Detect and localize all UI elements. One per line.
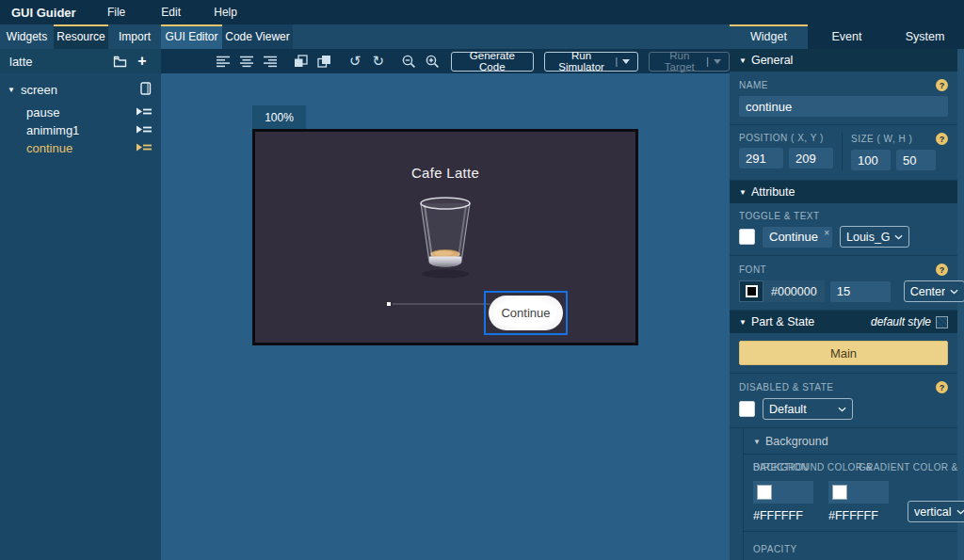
text-align-dropdown[interactable]: Center bbox=[904, 280, 964, 302]
tab-widgets[interactable]: Widgets bbox=[0, 24, 54, 49]
run-simulator-button[interactable]: Run Simulator | bbox=[544, 52, 639, 72]
default-style-label: default style bbox=[871, 315, 931, 328]
caret-down-icon: ▼ bbox=[739, 318, 747, 327]
font-size-input[interactable] bbox=[830, 281, 891, 302]
tree-label: animimg1 bbox=[26, 123, 79, 137]
divider bbox=[842, 133, 843, 170]
chevron-down-icon bbox=[950, 289, 958, 295]
caret-down-icon[interactable]: ▼ bbox=[8, 86, 15, 94]
tab-resource[interactable]: Resource bbox=[54, 24, 108, 49]
help-icon[interactable]: ? bbox=[936, 79, 948, 91]
section-title: Background bbox=[765, 435, 828, 448]
tab-code-viewer[interactable]: Code Viewer bbox=[222, 24, 293, 49]
gradient-color-swatch bbox=[832, 485, 847, 500]
app-title: GUI Guider bbox=[0, 6, 89, 20]
state-checkbox[interactable] bbox=[739, 401, 755, 417]
section-title: Attribute bbox=[751, 185, 795, 199]
tree-item-pause[interactable]: pause bbox=[0, 104, 161, 121]
redo-icon[interactable]: ↻ bbox=[370, 52, 387, 71]
undo-icon[interactable]: ↺ bbox=[346, 52, 363, 71]
gradient-color-picker[interactable] bbox=[828, 481, 889, 504]
direction-label-overlap: DIRECTION bbox=[753, 462, 809, 472]
position-x-input[interactable] bbox=[739, 148, 783, 168]
tree-label: pause bbox=[26, 105, 59, 120]
tree-item-screen[interactable]: ▼ screen bbox=[0, 73, 161, 104]
position-size-row: POSITION ( X, Y ) SIZE ( W, H ) ? bbox=[730, 125, 957, 181]
tab-gui-editor[interactable]: GUI Editor bbox=[161, 24, 222, 49]
align-center-icon[interactable] bbox=[239, 52, 256, 71]
toggle-text-row: TOGGLE & TEXT × Louis_Geo bbox=[730, 203, 957, 256]
toggle-text-label: TOGGLE & TEXT bbox=[739, 211, 820, 221]
latte-cup-image[interactable] bbox=[415, 194, 475, 286]
menu-help[interactable]: Help bbox=[199, 6, 253, 19]
section-attribute-header[interactable]: ▼ Attribute bbox=[730, 181, 957, 203]
section-part-state-header[interactable]: ▼ Part & State default style bbox=[730, 311, 957, 333]
project-bar: latte + bbox=[0, 49, 161, 73]
progress-slider-track[interactable] bbox=[393, 303, 490, 305]
tab-widget[interactable]: Widget bbox=[730, 24, 808, 49]
caret-down-icon: ▼ bbox=[753, 438, 761, 446]
zoom-in-icon[interactable] bbox=[424, 52, 441, 71]
menu-file[interactable]: File bbox=[89, 6, 144, 19]
font-family-dropdown[interactable]: Louis_Geo bbox=[840, 226, 909, 248]
background-color-picker[interactable] bbox=[753, 481, 813, 504]
name-field-row: NAME ? bbox=[730, 72, 957, 125]
font-color-swatch bbox=[746, 285, 758, 297]
size-label: SIZE ( W, H ) bbox=[851, 134, 912, 144]
part-main-button[interactable]: Main bbox=[739, 341, 948, 365]
font-color-picker[interactable]: #000000 bbox=[739, 280, 825, 302]
device-screen[interactable]: Cafe Latte bbox=[252, 129, 638, 345]
canvas-zoom-tab[interactable]: 100% bbox=[252, 105, 306, 129]
opacity-label: OPACITY bbox=[753, 544, 797, 554]
button-text-input[interactable] bbox=[763, 227, 832, 248]
send-backward-icon[interactable] bbox=[316, 52, 333, 71]
generate-code-button[interactable]: Generate Code bbox=[451, 52, 534, 72]
help-icon[interactable]: ? bbox=[936, 133, 948, 145]
widget-icon bbox=[137, 141, 152, 155]
align-right-icon[interactable] bbox=[262, 52, 279, 71]
continue-button-widget[interactable]: Continue bbox=[489, 296, 563, 330]
background-color-labels: BACKGROUND COLOR & DIRECTION GRADIENT CO… bbox=[753, 462, 948, 474]
tab-event[interactable]: Event bbox=[808, 24, 886, 49]
clear-icon[interactable]: × bbox=[824, 228, 829, 238]
dropdown-arrow-icon bbox=[714, 59, 721, 64]
add-screen-icon[interactable]: + bbox=[133, 52, 152, 71]
zoom-out-icon[interactable] bbox=[401, 52, 418, 71]
opacity-row: OPACITY 100% bbox=[744, 532, 957, 560]
progress-slider-handle[interactable] bbox=[387, 302, 391, 306]
screen-icon bbox=[140, 82, 152, 98]
section-title: General bbox=[751, 54, 793, 67]
name-input[interactable] bbox=[739, 96, 948, 117]
inspector-scrollbar[interactable] bbox=[957, 49, 964, 560]
open-folder-icon[interactable] bbox=[110, 52, 129, 71]
font-color-hex: #000000 bbox=[763, 280, 825, 302]
position-y-input[interactable] bbox=[789, 148, 833, 168]
help-icon[interactable]: ? bbox=[936, 264, 948, 276]
gradient-color-hex: #FFFFFF bbox=[828, 509, 889, 522]
name-label: NAME bbox=[739, 80, 768, 90]
gradient-direction-dropdown[interactable]: vertical bbox=[908, 501, 964, 522]
background-color-swatch bbox=[757, 485, 772, 500]
screen-title[interactable]: Cafe Latte bbox=[255, 165, 635, 181]
toggle-checkbox[interactable] bbox=[739, 229, 755, 245]
tree-item-animimg1[interactable]: animimg1 bbox=[0, 121, 161, 139]
default-style-checkbox[interactable] bbox=[936, 316, 948, 328]
canvas-area: 100% Cafe Latte bbox=[161, 73, 730, 560]
help-icon[interactable]: ? bbox=[936, 381, 948, 393]
state-dropdown[interactable]: Default bbox=[763, 398, 853, 420]
caret-down-icon: ▼ bbox=[739, 56, 747, 65]
tab-system[interactable]: System bbox=[886, 24, 964, 49]
align-left-icon[interactable] bbox=[216, 52, 233, 71]
section-background-header[interactable]: ▼ Background bbox=[744, 428, 957, 455]
bring-forward-icon[interactable] bbox=[293, 52, 310, 71]
chevron-down-icon bbox=[838, 407, 846, 412]
part-main-row: Main bbox=[730, 333, 957, 374]
size-h-input[interactable] bbox=[896, 150, 936, 170]
editor-toolbar: ↺ ↻ Generate Code Run Simulator | Run Ta… bbox=[161, 49, 730, 73]
dropdown-arrow-icon bbox=[622, 59, 630, 64]
menu-edit[interactable]: Edit bbox=[144, 6, 199, 19]
size-w-input[interactable] bbox=[851, 150, 891, 170]
tree-item-continue[interactable]: continue bbox=[0, 139, 161, 157]
section-general-header[interactable]: ▼ General bbox=[730, 49, 957, 72]
tab-import[interactable]: Import bbox=[108, 24, 161, 49]
